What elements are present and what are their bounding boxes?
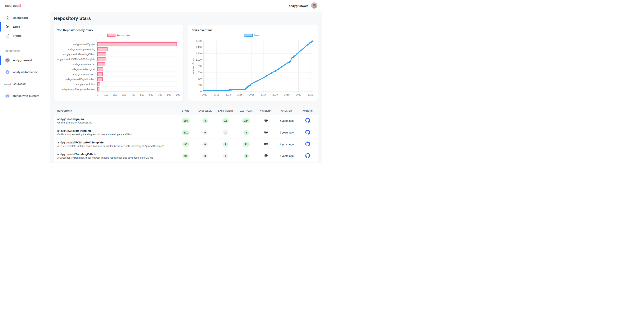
sidebar-item-label: Dashboard [13,16,28,19]
count-badge: 13 [222,118,229,123]
active-indicator [0,22,1,32]
last-month-cell: 0 [215,130,236,135]
count-badge: 0 [202,142,208,147]
table-row: andygrunwald/FOM-LaTeX-Template A LaTeX … [54,138,318,150]
last-week-cell: 0 [195,154,215,158]
eye-icon [264,120,268,123]
visibility-cell [256,118,276,123]
integration-item-things-with-buzzers[interactable]: things-with-buzzers [0,90,50,102]
bar-chart-title: Top Repositories by Stars [57,28,180,32]
svg-text:andygrunwald/DigitalKanban: andygrunwald/DigitalKanban [65,78,95,81]
table-body: andygrunwald/go-jira Go client library f… [54,115,318,162]
column-header-actions: Actions [298,110,318,112]
repo-description: Go client library for Atlassian Jira [57,121,176,124]
svg-text:900: 900 [176,94,180,96]
created-cell: 5 years ago [276,154,298,157]
repositories-table: Repository Stars Last week Last month La… [54,107,318,162]
repo-name[interactable]: andygrunwald/go-jira [57,118,176,121]
sidebar-item-stars[interactable]: Stars [0,22,50,31]
repo-name[interactable]: andygrunwald/FOM-LaTeX-Template [57,141,176,144]
created-cell: 5 years ago [276,131,298,134]
github-link[interactable] [305,142,310,147]
eye-icon [264,143,268,147]
svg-text:2015: 2015 [237,93,243,96]
app-window: sourcectl DashboardStarsTraffic Integrat… [0,0,322,163]
svg-text:Number of stars: Number of stars [192,58,195,75]
svg-text:100: 100 [104,94,108,96]
count-badge: 4 [202,118,208,123]
count-badge: 96 [182,154,189,158]
sidebar-nav: DashboardStarsTraffic [0,13,50,40]
visibility-cell [256,130,276,135]
svg-text:andygrunwald/jitic: andygrunwald/jitic [76,83,95,86]
main-content: Repository Stars Top Repositories by Sta… [50,12,322,163]
svg-text:0: 0 [97,94,98,96]
svg-text:2012: 2012 [202,93,208,96]
repo-name[interactable]: andygrunwald/TrendingGithub [57,153,176,156]
created-cell: 7 years ago [276,143,298,146]
github-icon [305,142,310,147]
integration-item-andygrunwald[interactable]: andygrunwald [0,54,50,66]
home-icon [5,16,10,20]
svg-text:400: 400 [131,94,135,96]
svg-text:2013: 2013 [214,93,219,96]
count-badge: 184 [242,118,250,123]
svg-text:1,200: 1,200 [196,52,202,55]
stars-over-time-line-chart: Stars02004006008001,0001,2001,4001,60020… [192,32,314,98]
brand-name-accent: ctl [17,4,21,8]
column-header-created: Created [276,110,298,112]
integration-item-label: andygrunwald [13,59,32,62]
integration-item-analysis-tools-dev[interactable]: analysis-tools-dev [0,66,50,78]
github-link[interactable] [305,153,310,159]
integrations-label: Integrations [5,49,50,52]
count-badge: 9 [244,154,249,158]
integrations-list: andygrunwaldanalysis-tools-devsourcectls… [0,54,50,102]
svg-text:800: 800 [167,94,171,96]
table-row: andygrunwald/go-jira Go client library f… [54,115,318,127]
svg-text:400: 400 [198,78,202,80]
count-badge: 4 [244,130,249,135]
stars-cell: 111 [176,130,195,135]
github-link[interactable] [305,118,310,124]
count-badge: 96 [182,142,189,147]
count-badge: 0 [223,154,228,158]
sidebar-item-traffic[interactable]: Traffic [0,31,50,40]
svg-text:2021: 2021 [308,93,313,96]
visibility-cell [256,142,276,147]
line-chart-title: Stars over time [192,28,314,32]
integration-item-sourcectl[interactable]: sourcectlsourcectl [0,78,50,90]
sidebar-item-label: Stars [13,25,20,28]
svg-text:2014: 2014 [226,93,231,96]
count-badge: 885 [182,118,190,123]
svg-text:700: 700 [158,94,162,96]
column-header-last-week: Last week [195,110,215,112]
created-cell: 5 years ago [276,119,298,122]
brand-name-primary: source [5,4,17,8]
sidebar-item-dashboard[interactable]: Dashboard [0,13,50,22]
svg-text:andygrunwald/TrendingGithub: andygrunwald/TrendingGithub [63,53,95,56]
sidebar: sourcectl DashboardStarsTraffic Integrat… [0,0,50,163]
repo-description: A LaTeX template for term paper, bachelo… [57,145,176,147]
column-header-repository: Repository [54,110,176,112]
sparkles-icon [5,25,10,29]
svg-text:andygrunwald/megos: andygrunwald/megos [72,73,95,76]
svg-text:300: 300 [122,94,126,96]
last-month-cell: 2 [215,142,236,147]
repo-name[interactable]: andygrunwald/go-trending [57,129,176,132]
bar-chart-card: Top Repositories by Stars Repositories01… [54,25,184,101]
stars-cell: 96 [176,142,195,147]
table-header-row: Repository Stars Last week Last month La… [54,107,318,115]
github-link[interactable] [305,130,310,135]
table-row: andygrunwald/go-trending Go library for … [54,127,318,138]
user-avatar[interactable] [311,2,318,10]
last-month-cell: 0 [215,154,236,158]
bar-chart-icon [5,34,10,38]
brand-logo[interactable]: sourcectl [0,0,50,12]
svg-text:1,600: 1,600 [196,40,202,42]
count-badge: 2 [223,142,228,147]
top-repositories-bar-chart: Repositories0100200300400500600700800900… [57,32,180,98]
svg-text:1,400: 1,400 [196,46,202,49]
svg-text:andygrunwald/FOM-LaTeX-Templat: andygrunwald/FOM-LaTeX-Template [57,58,95,61]
svg-text:600: 600 [198,71,202,74]
svg-text:andygrunwald/go-jira: andygrunwald/go-jira [73,43,95,46]
